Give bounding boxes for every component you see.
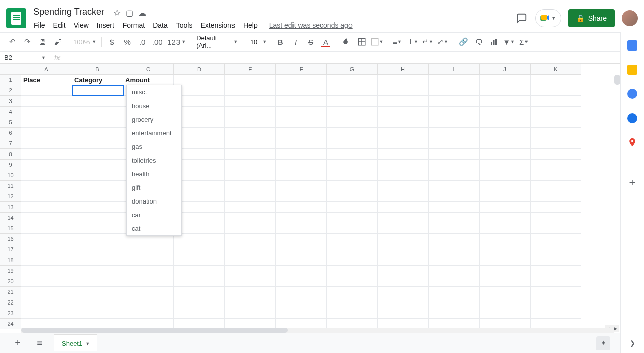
strikethrough-button[interactable]: S xyxy=(304,35,318,49)
cell-E6[interactable] xyxy=(225,128,276,138)
cell-I19[interactable] xyxy=(429,266,480,276)
cell-F10[interactable] xyxy=(276,170,327,181)
row-header-4[interactable]: 4 xyxy=(0,107,21,117)
cell-B2[interactable] xyxy=(72,85,123,96)
last-edit-link[interactable]: Last edit was seconds ago xyxy=(269,21,353,29)
cell-I3[interactable] xyxy=(429,96,480,107)
cell-A5[interactable] xyxy=(21,117,72,128)
cell-D17[interactable] xyxy=(174,244,225,255)
cell-A4[interactable] xyxy=(21,107,72,117)
cell-F17[interactable] xyxy=(276,244,327,255)
cell-A8[interactable] xyxy=(21,149,72,160)
dropdown-option[interactable]: car xyxy=(127,208,181,222)
column-header-E[interactable]: E xyxy=(225,64,276,75)
cell-I15[interactable] xyxy=(429,223,480,234)
cell-H2[interactable] xyxy=(378,85,429,96)
cell-K1[interactable] xyxy=(531,75,581,85)
cell-F15[interactable] xyxy=(276,223,327,234)
row-header-12[interactable]: 12 xyxy=(0,191,21,202)
cell-F21[interactable] xyxy=(276,287,327,297)
cell-A7[interactable] xyxy=(21,138,72,149)
cell-H12[interactable] xyxy=(378,191,429,202)
row-header-6[interactable]: 6 xyxy=(0,128,21,138)
cell-D6[interactable] xyxy=(174,128,225,138)
cell-G9[interactable] xyxy=(327,160,378,170)
cloud-status-icon[interactable]: ☁ xyxy=(138,8,146,18)
menu-format[interactable]: Format xyxy=(119,19,148,31)
row-header-24[interactable]: 24 xyxy=(0,319,21,329)
cell-J1[interactable] xyxy=(480,75,531,85)
cell-H19[interactable] xyxy=(378,266,429,276)
cell-E11[interactable] xyxy=(225,181,276,191)
cell-K22[interactable] xyxy=(531,297,581,308)
cell-E10[interactable] xyxy=(225,170,276,181)
cell-F4[interactable] xyxy=(276,107,327,117)
font-size-select[interactable]: 10 xyxy=(246,38,261,46)
menu-extensions[interactable]: Extensions xyxy=(197,19,238,31)
cell-I2[interactable] xyxy=(429,85,480,96)
row-header-5[interactable]: 5 xyxy=(0,117,21,128)
cell-H8[interactable] xyxy=(378,149,429,160)
cell-I20[interactable] xyxy=(429,276,480,287)
insert-chart-button[interactable] xyxy=(487,35,501,49)
cell-A22[interactable] xyxy=(21,297,72,308)
cell-F12[interactable] xyxy=(276,191,327,202)
cell-J22[interactable] xyxy=(480,297,531,308)
menu-file[interactable]: File xyxy=(30,19,49,31)
cell-K14[interactable] xyxy=(531,213,581,223)
cell-B15[interactable] xyxy=(72,223,123,234)
cell-D15[interactable] xyxy=(174,223,225,234)
cell-A12[interactable] xyxy=(21,191,72,202)
borders-button[interactable] xyxy=(355,35,369,49)
cell-I5[interactable] xyxy=(429,117,480,128)
cell-G5[interactable] xyxy=(327,117,378,128)
cell-E23[interactable] xyxy=(225,308,276,319)
font-family-select[interactable]: Default (Ari...▼ xyxy=(194,34,240,49)
cell-J18[interactable] xyxy=(480,255,531,266)
cell-I23[interactable] xyxy=(429,308,480,319)
row-header-16[interactable]: 16 xyxy=(0,234,21,244)
cell-C1[interactable]: Amount xyxy=(123,75,174,85)
hide-side-panel-button[interactable]: ❯ xyxy=(630,339,635,347)
cell-J16[interactable] xyxy=(480,234,531,244)
column-header-F[interactable]: F xyxy=(276,64,327,75)
cell-K17[interactable] xyxy=(531,244,581,255)
cell-I18[interactable] xyxy=(429,255,480,266)
cell-K6[interactable] xyxy=(531,128,581,138)
add-sheet-button[interactable]: + xyxy=(10,336,25,351)
currency-button[interactable]: $ xyxy=(105,35,119,49)
horizontal-align-button[interactable]: ≡▼ xyxy=(390,35,404,49)
row-header-7[interactable]: 7 xyxy=(0,138,21,149)
cell-D3[interactable] xyxy=(174,96,225,107)
cell-E15[interactable] xyxy=(225,223,276,234)
cell-I16[interactable] xyxy=(429,234,480,244)
row-header-13[interactable]: 13 xyxy=(0,202,21,213)
cell-H20[interactable] xyxy=(378,276,429,287)
sheet-tab-1[interactable]: Sheet1▼ xyxy=(54,335,97,351)
row-header-14[interactable]: 14 xyxy=(0,213,21,223)
cell-E16[interactable] xyxy=(225,234,276,244)
row-header-11[interactable]: 11 xyxy=(0,181,21,191)
cell-K13[interactable] xyxy=(531,202,581,213)
cell-E21[interactable] xyxy=(225,287,276,297)
move-icon[interactable]: ▢ xyxy=(126,8,133,18)
cell-H15[interactable] xyxy=(378,223,429,234)
cell-A13[interactable] xyxy=(21,202,72,213)
cell-K16[interactable] xyxy=(531,234,581,244)
cell-F2[interactable] xyxy=(276,85,327,96)
cell-J6[interactable] xyxy=(480,128,531,138)
print-button[interactable]: 🖶 xyxy=(35,35,49,49)
cell-G21[interactable] xyxy=(327,287,378,297)
dropdown-option[interactable]: toiletries xyxy=(127,154,181,167)
undo-button[interactable]: ↶ xyxy=(5,35,19,49)
cell-C23[interactable] xyxy=(123,308,174,319)
cell-H9[interactable] xyxy=(378,160,429,170)
cell-I11[interactable] xyxy=(429,181,480,191)
cell-B6[interactable] xyxy=(72,128,123,138)
cell-K18[interactable] xyxy=(531,255,581,266)
row-header-15[interactable]: 15 xyxy=(0,223,21,234)
dropdown-option[interactable]: health xyxy=(127,167,181,181)
cell-A1[interactable]: Place xyxy=(21,75,72,85)
cell-D1[interactable] xyxy=(174,75,225,85)
row-header-2[interactable]: 2 xyxy=(0,85,21,96)
